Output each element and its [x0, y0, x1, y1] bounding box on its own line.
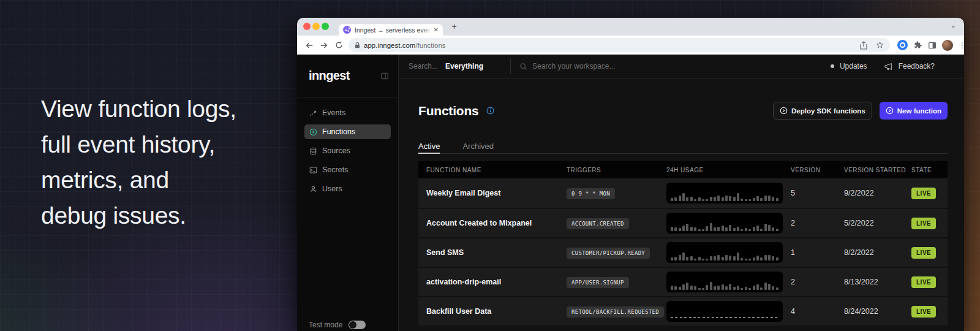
usage-sparkline [666, 213, 783, 234]
url-host: app.inngest.com [364, 42, 415, 49]
col-function-name: FUNCTION NAME [418, 167, 567, 173]
table-row[interactable]: Send SMS CUSTOMER/PICKUP.READY 1 8/2/202… [418, 237, 948, 267]
new-function-icon [886, 107, 894, 115]
updates-dot-icon [831, 64, 834, 68]
tab-archived[interactable]: Archived [462, 142, 494, 154]
close-window-button[interactable] [303, 23, 311, 30]
browser-menu-icon[interactable]: ⋮ [959, 41, 964, 50]
test-mode-label: Test mode [309, 321, 342, 329]
browser-tabstrip: Inngest → serverless event-dri ✕ + ⌄ [297, 18, 964, 36]
back-button[interactable] [302, 41, 317, 50]
feedback-megaphone-icon [884, 63, 893, 70]
sidebar-item-label: Secrets [322, 166, 348, 174]
state-badge: LIVE [911, 306, 936, 318]
url-path: /functions [415, 42, 445, 49]
col-version-started: VERSION STARTED [844, 167, 911, 173]
main-panel: Search... Everything Search your workspa… [399, 55, 964, 331]
col-version: VERSION [791, 167, 844, 173]
page-title: Functions [418, 104, 479, 118]
test-mode-row: Test mode [297, 321, 398, 331]
usage-sparkline [666, 242, 783, 263]
version-started-value: 8/2/2022 [844, 248, 911, 257]
deploy-sdk-functions-button[interactable]: Deploy SDK functions [773, 102, 872, 120]
function-name: activation-drip-email [418, 278, 567, 286]
search-icon [519, 63, 527, 70]
browser-toolbar: app.inngest.com/functions ⋮ [297, 36, 964, 55]
new-tab-button[interactable]: + [448, 21, 460, 32]
functions-table: FUNCTION NAME TRIGGERS 24H USAGE VERSION… [418, 161, 948, 325]
tab-search-chevron-icon[interactable]: ⌄ [951, 21, 956, 29]
lock-icon [355, 42, 360, 49]
reload-button[interactable] [331, 41, 346, 49]
share-icon[interactable] [860, 41, 867, 50]
feedback-link[interactable]: Feedback? [899, 62, 935, 70]
users-icon [309, 185, 317, 193]
state-badge: LIVE [911, 218, 936, 229]
sidebar-item-sources[interactable]: Sources [304, 143, 391, 158]
state-badge: LIVE [911, 276, 936, 288]
deploy-button-label: Deploy SDK functions [791, 107, 865, 115]
sidebar-item-events[interactable]: Events [304, 105, 391, 120]
profile-avatar[interactable] [942, 40, 953, 51]
table-row[interactable]: Account Created to Mixpanel ACCOUNT.CREA… [418, 208, 948, 237]
sidebar-item-label: Functions [322, 127, 355, 136]
secrets-icon [309, 166, 317, 174]
trigger-badge: RETOOL/BACKFILL.REQUESTED [567, 306, 664, 318]
functions-page: Functions Deploy SDK functions New funct… [399, 78, 964, 331]
events-icon [309, 109, 317, 117]
version-started-value: 8/24/2022 [844, 307, 911, 316]
minimize-window-button[interactable] [312, 23, 320, 30]
version-value: 2 [791, 219, 844, 227]
search-scope[interactable]: Everything [445, 62, 483, 70]
version-started-value: 8/13/2022 [844, 278, 911, 286]
browser-window: Inngest → serverless event-dri ✕ + ⌄ app… [297, 18, 964, 331]
hero-line: metrics, and [41, 162, 236, 198]
trigger-badge: 0 9 * * MON [567, 188, 615, 199]
forward-button[interactable] [317, 41, 331, 50]
workspace-search-input[interactable]: Search your workspace... [532, 62, 615, 70]
address-bar[interactable]: app.inngest.com/functions [349, 38, 890, 52]
deploy-icon [780, 107, 788, 115]
topbar-divider [510, 58, 511, 74]
table-row[interactable]: activation-drip-email APP/USER.SIGNUP 2 … [418, 267, 948, 296]
hero-line: debug issues. [41, 198, 236, 234]
col-24h-usage: 24H USAGE [666, 167, 791, 173]
version-value: 1 [791, 248, 844, 257]
tab-close-icon[interactable]: ✕ [434, 26, 439, 33]
sidebar-nav: Events Functions Sources Secrets Users [297, 97, 398, 200]
workspace-topbar: Search... Everything Search your workspa… [399, 55, 964, 78]
sources-icon [309, 147, 317, 155]
collapse-sidebar-icon[interactable] [380, 72, 389, 80]
sidebar-item-label: Sources [322, 146, 350, 155]
tab-active[interactable]: Active [418, 142, 440, 154]
sidebar-item-label: Events [322, 108, 345, 117]
functions-icon [309, 128, 317, 136]
browser-tab[interactable]: Inngest → serverless event-dri ✕ [339, 24, 443, 36]
table-row[interactable]: Weekly Email Digest 0 9 * * MON 5 9/2/20… [418, 178, 948, 208]
sidebar-item-functions[interactable]: Functions [304, 124, 391, 139]
new-function-button[interactable]: New function [880, 102, 948, 120]
updates-link[interactable]: Updates [840, 62, 867, 70]
trigger-badge: CUSTOMER/PICKUP.READY [567, 248, 650, 259]
inngest-favicon [343, 26, 351, 34]
zoom-window-button[interactable] [322, 23, 329, 30]
test-mode-toggle[interactable] [349, 321, 366, 329]
hero-line: View function logs, [41, 91, 236, 127]
col-state: STATE [911, 167, 948, 173]
trigger-badge: ACCOUNT.CREATED [567, 218, 629, 229]
sidebar-item-secrets[interactable]: Secrets [304, 162, 391, 177]
hero-headline: View function logs, full event history, … [41, 91, 236, 234]
info-icon[interactable] [486, 107, 494, 115]
version-value: 5 [791, 189, 844, 197]
1password-extension-icon[interactable] [897, 40, 908, 50]
search-label[interactable]: Search... [409, 62, 438, 70]
hero-line: full event history, [41, 127, 236, 162]
state-badge: LIVE [911, 188, 936, 199]
new-function-button-label: New function [897, 107, 941, 115]
sidebar-item-users[interactable]: Users [304, 181, 391, 196]
bookmark-star-icon[interactable] [876, 41, 884, 49]
table-row[interactable]: Backfill User Data RETOOL/BACKFILL.REQUE… [418, 296, 948, 325]
version-started-value: 5/2/2022 [844, 219, 911, 227]
extensions-puzzle-icon[interactable] [913, 40, 922, 50]
side-panel-extension-icon[interactable] [928, 41, 937, 50]
